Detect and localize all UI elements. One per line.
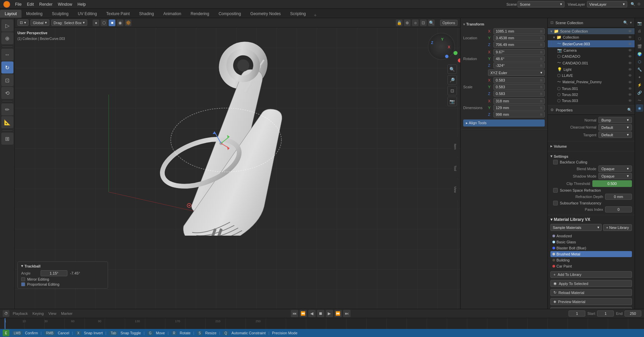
orientation-selector[interactable]: Global▾ xyxy=(31,19,49,26)
rot-y-field[interactable]: 48.6° ⎘ xyxy=(493,56,545,62)
menu-render[interactable]: Render xyxy=(37,1,55,8)
mat-item-anodized[interactable]: Anodized xyxy=(550,233,632,239)
options-btn[interactable]: Options xyxy=(440,20,458,26)
viewport-canvas[interactable]: User Perspective (1) Collection | Bezier… xyxy=(15,28,460,309)
keying-label[interactable]: Keying xyxy=(33,311,44,316)
current-frame-field[interactable]: 1 xyxy=(569,310,585,317)
end-frame-field[interactable]: 250 xyxy=(625,310,641,317)
tab-sculpting[interactable]: Sculpting xyxy=(47,10,73,18)
candado-eye[interactable]: 👁 xyxy=(628,54,632,58)
play-btn[interactable]: ▶ xyxy=(326,310,333,317)
subsurface-translucency-checkbox[interactable] xyxy=(553,201,558,205)
object-props-btn[interactable]: ⬡ xyxy=(636,58,643,65)
blend-mode-dropdown[interactable]: Opaque▾ xyxy=(598,165,632,172)
loc-y-field[interactable]: 3.4538 mm ⎘ xyxy=(493,35,545,41)
physics-props-btn[interactable]: ⚡ xyxy=(636,81,643,89)
bezier-eye[interactable]: 👁 xyxy=(628,42,632,46)
dim-z-field[interactable]: 998 mm ⎘ xyxy=(493,111,545,117)
new-library-btn[interactable]: +New Library xyxy=(603,224,632,231)
outliner-item-candado001[interactable]: 〜 CANDADO.001 👁 xyxy=(548,59,635,66)
output-props-btn[interactable]: 🖨 xyxy=(636,27,643,35)
reload-material-btn[interactable]: ↻Reload Material xyxy=(550,289,632,296)
prev-keyframe-btn[interactable]: ⏪ xyxy=(300,310,307,317)
outliner-item-scene-collection[interactable]: ▾ 📁 Scene Collection 👁 xyxy=(548,28,635,34)
cursor-tool-btn[interactable]: ⊕ xyxy=(1,32,13,44)
view-panel-btn[interactable]: View xyxy=(451,180,459,200)
scale-tool-btn[interactable]: ⊡ xyxy=(1,74,13,86)
solid-btn[interactable]: ■ xyxy=(109,19,115,26)
mat-item-blaster-bolt[interactable]: Blaster Bolt (Blue) xyxy=(550,245,632,251)
view-layer-props-btn[interactable]: ⬡ xyxy=(636,35,643,42)
particles-props-btn[interactable]: ✦ xyxy=(636,74,643,81)
frame-all-btn[interactable]: ⊡ xyxy=(447,86,457,95)
view-layer-selector[interactable]: ViewLayer▾ xyxy=(587,1,627,7)
material-library-dropdown[interactable]: Sample Materials ▾ xyxy=(550,224,602,231)
move-tool-btn[interactable]: ↔ xyxy=(1,49,13,61)
outliner-item-preview-dummy[interactable]: 〜 Material_Preview_Dummy 👁 xyxy=(548,79,635,86)
preview-dummy-eye[interactable]: 👁 xyxy=(628,80,632,84)
camera-view-btn[interactable]: 📷 xyxy=(447,97,457,106)
lock-viewport-btn[interactable]: 🔒 xyxy=(396,19,402,26)
torus002-eye[interactable]: 👁 xyxy=(628,93,632,97)
viewport-mode-btn[interactable]: ● xyxy=(93,19,99,26)
normal-dropdown[interactable]: Bump▾ xyxy=(598,117,632,123)
outliner-item-light[interactable]: 💡 Light 👁 xyxy=(548,66,635,73)
menu-edit[interactable]: Edit xyxy=(24,1,36,8)
tool-panel-btn[interactable]: Tool xyxy=(451,158,459,178)
scale-z-field[interactable]: 0.583 ⎘ xyxy=(493,91,545,97)
drag-selector[interactable]: Drag: Select Box ▾ xyxy=(51,19,88,26)
add-tool-btn[interactable]: ⊞ xyxy=(1,133,13,145)
start-frame-field[interactable]: 1 xyxy=(597,310,614,317)
play-reverse-btn[interactable]: ◀ xyxy=(308,310,316,317)
light-eye[interactable]: 👁 xyxy=(628,67,632,71)
add-to-library-btn[interactable]: +Add To Library xyxy=(550,271,632,278)
view-label[interactable]: View xyxy=(48,311,56,316)
backface-culling-checkbox[interactable] xyxy=(553,160,558,164)
scene-props-btn[interactable]: 🎬 xyxy=(636,43,643,50)
jump-end-btn[interactable]: ⏭ xyxy=(343,310,351,317)
mat-item-car-paint[interactable]: Car Paint xyxy=(550,263,632,269)
torus001-eye[interactable]: 👁 xyxy=(628,87,632,91)
outliner-item-torus001[interactable]: ⬡ Torus.001 👁 xyxy=(548,86,635,92)
engine-icon[interactable]: E xyxy=(3,330,9,336)
tab-geometry-nodes[interactable]: Geometry Nodes xyxy=(246,10,285,18)
tab-layout[interactable]: Layout xyxy=(0,10,21,18)
transform-section-title[interactable]: ▾ Transform xyxy=(463,21,545,28)
outliner-search-btn[interactable]: 🔍 xyxy=(623,20,628,25)
transform-tool-btn[interactable]: ⟲ xyxy=(1,87,13,99)
properties-search-btn[interactable]: 🔍 xyxy=(627,108,632,112)
outliner-item-bezier[interactable]: 〜 BezierCurve.003 👁 xyxy=(548,40,635,47)
trackball-value1[interactable]: 1.15° xyxy=(41,270,67,276)
mat-item-basic-glass[interactable]: Basic Glass xyxy=(550,239,632,245)
rot-z-field[interactable]: -324° ⎘ xyxy=(493,62,545,68)
modifier-props-btn[interactable]: 🔧 xyxy=(636,66,643,73)
timeline-ruler[interactable]: 1 10 30 60 90 130 170 210 250 xyxy=(4,318,640,329)
mat-item-brushed-metal[interactable]: Brushed Metal xyxy=(550,251,632,257)
outliner-item-torus002[interactable]: ⬡ Torus.002 👁 xyxy=(548,92,635,98)
tab-modeling[interactable]: Modeling xyxy=(21,10,47,18)
material-props-btn[interactable]: ◉ xyxy=(636,104,643,112)
timeline-editor-type[interactable]: ⏱ xyxy=(3,310,9,317)
tab-uv-editing[interactable]: UV Editing xyxy=(73,10,102,18)
tab-animation[interactable]: Animation xyxy=(159,10,186,18)
screen-space-refraction-checkbox[interactable] xyxy=(553,188,558,193)
xray-btn[interactable]: ⊡ xyxy=(420,19,427,26)
outliner-item-camera[interactable]: 📷 Camera 👁 xyxy=(548,47,635,53)
navigation-orb[interactable]: X Y Z xyxy=(428,33,455,60)
annotate-tool-btn[interactable]: ✏ xyxy=(1,103,13,115)
gizmo-btn[interactable]: ⊕ xyxy=(404,19,411,26)
constraints-props-btn[interactable]: 🔗 xyxy=(636,89,643,96)
mirror-editing-checkbox[interactable] xyxy=(21,277,25,281)
loc-z-field[interactable]: 706.49 mm ⎘ xyxy=(493,42,545,48)
marker-label[interactable]: Marker xyxy=(61,311,72,316)
outliner-item-collection[interactable]: ▾ 📁 Collection 👁 xyxy=(548,34,635,40)
outliner-item-torus003[interactable]: ⬡ Torus.003 👁 xyxy=(548,98,635,104)
tab-scripting[interactable]: Scripting xyxy=(285,10,311,18)
menu-file[interactable]: File xyxy=(13,1,24,8)
refraction-depth-value[interactable]: 0 mm xyxy=(605,194,632,200)
stop-btn[interactable]: ⏹ xyxy=(317,310,324,317)
clip-threshold-bar[interactable]: 0.500 xyxy=(592,180,632,187)
clearcoat-dropdown[interactable]: Default▾ xyxy=(598,124,632,131)
jump-start-btn[interactable]: ⏮ xyxy=(291,310,298,317)
scale-x-field[interactable]: 0.583 ⎘ xyxy=(493,77,545,83)
